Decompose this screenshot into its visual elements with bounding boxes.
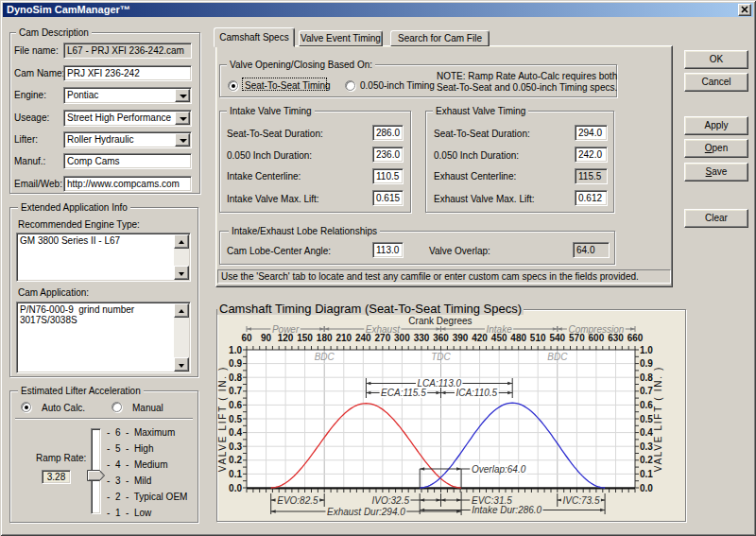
- svg-text:0.7: 0.7: [229, 386, 242, 396]
- svg-text:510: 510: [530, 333, 546, 343]
- svg-text:480: 480: [510, 333, 526, 343]
- svg-text:0.2: 0.2: [640, 455, 653, 465]
- svg-text:Crank Degrees: Crank Degrees: [408, 316, 472, 326]
- svg-text:360: 360: [433, 333, 449, 343]
- svg-text:0.3: 0.3: [640, 441, 653, 452]
- svg-text:BDC: BDC: [547, 352, 568, 362]
- svg-text:600: 600: [589, 333, 605, 343]
- svg-text:300: 300: [394, 333, 410, 343]
- svg-text:0.8: 0.8: [229, 372, 242, 383]
- svg-text:0.4: 0.4: [229, 427, 242, 438]
- svg-text:660: 660: [627, 333, 644, 343]
- svg-text:0.0: 0.0: [229, 483, 242, 493]
- svg-text:IVO:32.5: IVO:32.5: [372, 495, 410, 506]
- svg-text:BDC: BDC: [315, 352, 335, 362]
- svg-text:VALVE LIFT ( IN. ): VALVE LIFT ( IN. ): [217, 366, 228, 472]
- svg-text:0.2: 0.2: [229, 455, 242, 465]
- svg-text:0.0: 0.0: [640, 483, 653, 493]
- svg-text:150: 150: [297, 333, 313, 343]
- svg-text:270: 270: [375, 333, 391, 343]
- svg-text:0.7: 0.7: [640, 386, 653, 396]
- svg-text:0.1: 0.1: [229, 469, 242, 479]
- svg-text:TDC: TDC: [431, 352, 451, 362]
- svg-text:0.5: 0.5: [229, 414, 242, 424]
- svg-text:450: 450: [491, 333, 507, 343]
- svg-text:60: 60: [241, 333, 252, 343]
- svg-text:570: 570: [569, 333, 585, 343]
- svg-text:EVC:31.5: EVC:31.5: [472, 495, 512, 506]
- svg-text:VALVE LIFT ( IN. ): VALVE LIFT ( IN. ): [653, 366, 663, 472]
- svg-text:330: 330: [414, 333, 430, 343]
- svg-text:90: 90: [261, 333, 272, 343]
- svg-text:ICA:110.5: ICA:110.5: [455, 388, 497, 398]
- svg-text:120: 120: [278, 333, 294, 343]
- svg-text:390: 390: [453, 333, 469, 343]
- svg-text:420: 420: [472, 333, 488, 343]
- svg-text:0.3: 0.3: [229, 441, 242, 452]
- svg-text:ECA:115.5: ECA:115.5: [381, 388, 426, 398]
- svg-text:630: 630: [608, 333, 624, 343]
- svg-text:0.9: 0.9: [640, 358, 653, 369]
- svg-text:Exhaust Dur:294.0: Exhaust Dur:294.0: [327, 507, 405, 517]
- svg-text:EVO:82.5: EVO:82.5: [277, 495, 318, 506]
- svg-text:210: 210: [335, 333, 352, 343]
- svg-text:0.8: 0.8: [640, 372, 653, 383]
- svg-text:240: 240: [355, 333, 371, 343]
- svg-text:IVC:73.5: IVC:73.5: [563, 495, 600, 506]
- svg-text:1.0: 1.0: [229, 345, 242, 355]
- svg-text:1.0: 1.0: [640, 345, 653, 355]
- svg-text:540: 540: [549, 333, 565, 343]
- svg-text:Overlap:64.0: Overlap:64.0: [472, 464, 526, 475]
- svg-text:0.6: 0.6: [229, 400, 242, 410]
- svg-text:180: 180: [317, 333, 333, 343]
- svg-text:0.4: 0.4: [640, 427, 653, 438]
- svg-text:0.9: 0.9: [229, 358, 242, 369]
- svg-text:0.1: 0.1: [640, 469, 653, 479]
- svg-text:Intake Dur:286.0: Intake Dur:286.0: [472, 505, 541, 515]
- svg-text:0.5: 0.5: [640, 414, 653, 424]
- svg-text:0.6: 0.6: [640, 400, 653, 410]
